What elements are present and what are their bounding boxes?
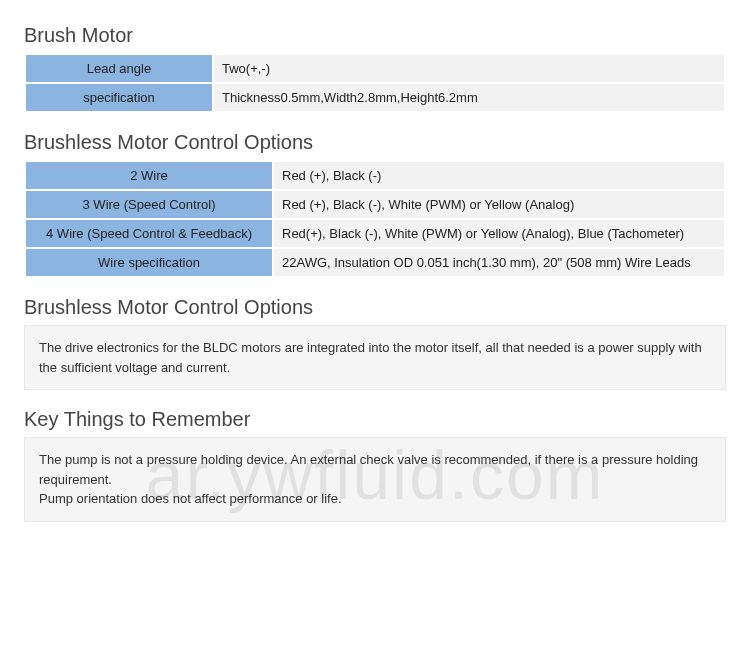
row-value: Two(+,-) — [213, 54, 725, 83]
table-row: 3 Wire (Speed Control) Red (+), Black (-… — [25, 190, 725, 219]
section-title: Brushless Motor Control Options — [24, 296, 726, 319]
paragraph-box: The pump is not a pressure holding devic… — [24, 437, 726, 522]
brushless-options-table: 2 Wire Red (+), Black (-) 3 Wire (Speed … — [24, 160, 726, 278]
paragraph-line: Pump orientation does not affect perform… — [39, 489, 711, 509]
row-value: Red (+), Black (-) — [273, 161, 725, 190]
paragraph-line: The pump is not a pressure holding devic… — [39, 450, 711, 489]
section-brushless-options-table: Brushless Motor Control Options 2 Wire R… — [24, 131, 726, 278]
row-value: Thickness0.5mm,Width2.8mm,Height6.2mm — [213, 83, 725, 112]
table-row: 2 Wire Red (+), Black (-) — [25, 161, 725, 190]
section-brush-motor: Brush Motor Lead angle Two(+,-) specific… — [24, 24, 726, 113]
table-row: Lead angle Two(+,-) — [25, 54, 725, 83]
table-row: Wire specification 22AWG, Insulation OD … — [25, 248, 725, 277]
row-label: specification — [25, 83, 213, 112]
section-title: Key Things to Remember — [24, 408, 726, 431]
row-label: Lead angle — [25, 54, 213, 83]
row-label: 3 Wire (Speed Control) — [25, 190, 273, 219]
row-label: 4 Wire (Speed Control & Feedback) — [25, 219, 273, 248]
paragraph-box: The drive electronics for the BLDC motor… — [24, 325, 726, 390]
section-brushless-options-text: Brushless Motor Control Options The driv… — [24, 296, 726, 390]
row-value: Red (+), Black (-), White (PWM) or Yello… — [273, 190, 725, 219]
brush-motor-table: Lead angle Two(+,-) specification Thickn… — [24, 53, 726, 113]
table-row: specification Thickness0.5mm,Width2.8mm,… — [25, 83, 725, 112]
table-row: 4 Wire (Speed Control & Feedback) Red(+)… — [25, 219, 725, 248]
row-value: Red(+), Black (-), White (PWM) or Yellow… — [273, 219, 725, 248]
row-label: 2 Wire — [25, 161, 273, 190]
section-title: Brush Motor — [24, 24, 726, 47]
section-title: Brushless Motor Control Options — [24, 131, 726, 154]
section-key-things: Key Things to Remember The pump is not a… — [24, 408, 726, 522]
row-label: Wire specification — [25, 248, 273, 277]
row-value: 22AWG, Insulation OD 0.051 inch(1.30 mm)… — [273, 248, 725, 277]
